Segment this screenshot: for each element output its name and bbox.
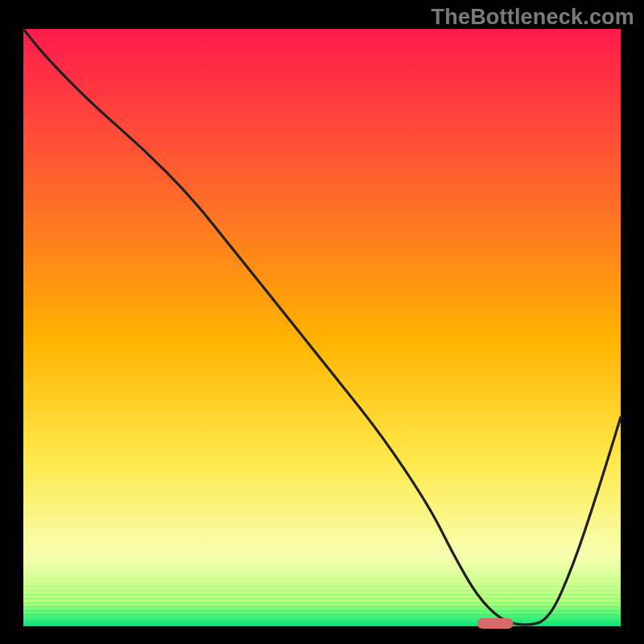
striation-line bbox=[23, 578, 621, 579]
bottleneck-chart bbox=[0, 0, 644, 644]
striation-line bbox=[23, 614, 621, 615]
plot-area bbox=[23, 29, 621, 626]
striation-line bbox=[23, 586, 621, 587]
striation-line bbox=[23, 594, 621, 595]
striation-line bbox=[23, 582, 621, 583]
optimal-marker bbox=[477, 618, 514, 629]
striation-line bbox=[23, 602, 621, 603]
striation-line bbox=[23, 610, 621, 611]
striation-line bbox=[23, 590, 621, 591]
chart-frame: { "watermark": "TheBottleneck.com", "col… bbox=[0, 0, 644, 644]
striation-line bbox=[23, 606, 621, 607]
striation-line bbox=[23, 598, 621, 599]
watermark-text: TheBottleneck.com bbox=[431, 5, 634, 30]
